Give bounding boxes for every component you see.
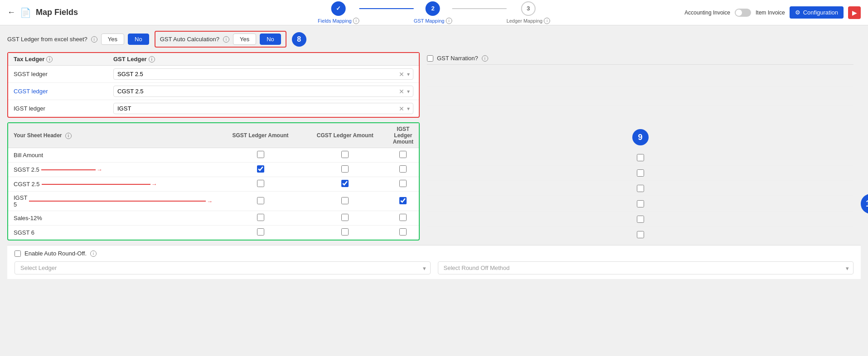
igst5-sgst-checkbox-cell bbox=[218, 192, 303, 211]
sgst-caret-icon[interactable]: ▾ bbox=[407, 71, 410, 77]
back-button[interactable]: ← bbox=[7, 8, 15, 17]
bill-sgst-checkbox-cell bbox=[218, 148, 303, 163]
step-3-circle: 3 bbox=[521, 1, 536, 16]
gst-ledger-igst-wrap: ✕ ▾ bbox=[113, 103, 413, 114]
content: GST Ledger from excel sheet? i Yes No GS… bbox=[0, 25, 868, 284]
sgst25-sgst-checkbox[interactable] bbox=[257, 165, 264, 173]
cgst25-sgst-checkbox[interactable] bbox=[257, 180, 264, 187]
round-off-method-select[interactable]: Select Round Off Method bbox=[438, 261, 854, 274]
right-igst5-checkbox[interactable] bbox=[637, 200, 644, 207]
step-3-label: Ledger Mapping i bbox=[506, 18, 550, 24]
gst-narration-info-icon[interactable]: i bbox=[482, 55, 488, 62]
right-sheet-row-3 bbox=[427, 181, 853, 196]
gst-ledger-igst-input[interactable] bbox=[113, 103, 413, 114]
sales12-igst-checkbox[interactable] bbox=[399, 214, 407, 221]
sheet-row-cgst25: CGST 2.5 → bbox=[8, 177, 419, 192]
bill-sgst-checkbox[interactable] bbox=[257, 151, 264, 158]
sheet-header-section: Your Sheet Header i SGST Ledger Amount C… bbox=[7, 122, 420, 241]
cgst25-igst-checkbox[interactable] bbox=[399, 180, 407, 187]
toggle-row: GST Ledger from excel sheet? i Yes No GS… bbox=[7, 31, 861, 48]
step-1-info-icon[interactable]: i bbox=[353, 18, 359, 24]
gst-auto-calc-info-icon[interactable]: i bbox=[223, 36, 229, 43]
sheet-header-table: Your Sheet Header i SGST Ledger Amount C… bbox=[8, 123, 419, 240]
sgst6-cgst-checkbox[interactable] bbox=[341, 228, 349, 236]
ledger-row-sgst: SGST ledger ✕ ▾ bbox=[8, 66, 419, 83]
right-cgst25-checkbox[interactable] bbox=[637, 185, 644, 192]
gst-narration-header: GST Narration? i bbox=[427, 52, 853, 65]
gst-auto-calc-yes-button[interactable]: Yes bbox=[233, 34, 256, 45]
sheet-row-igst5-label: IGST 5 → bbox=[8, 192, 218, 211]
method-select-wrap: Select Round Off Method ▾ bbox=[438, 261, 854, 274]
step-2: 2 GST Mapping i bbox=[414, 1, 452, 24]
sgst-input-actions: ✕ ▾ bbox=[399, 71, 410, 78]
auto-round-off-info-icon[interactable]: i bbox=[90, 250, 97, 257]
igst5-igst-checkbox-cell bbox=[388, 192, 419, 211]
sales12-cgst-checkbox[interactable] bbox=[341, 214, 349, 221]
sheet-row-cgst25-label: CGST 2.5 → bbox=[8, 177, 218, 192]
cgst-clear-button[interactable]: ✕ bbox=[399, 88, 404, 95]
red-action-button[interactable]: ▶ bbox=[848, 6, 861, 19]
bill-cgst-checkbox[interactable] bbox=[341, 151, 349, 158]
cgst-caret-icon[interactable]: ▾ bbox=[407, 88, 410, 95]
right-sales12-checkbox[interactable] bbox=[637, 216, 644, 223]
top-bar: ← 📄 Map Fields ✓ Fields Mapping i 2 GST … bbox=[0, 0, 868, 25]
left-panel: Tax Ledger i GST Ledger i SGST ledger ✕ bbox=[7, 52, 420, 245]
round-off-ledger-select[interactable]: Select Ledger bbox=[15, 261, 431, 274]
sgst6-sgst-checkbox[interactable] bbox=[257, 228, 264, 236]
sheet-header-info-icon[interactable]: i bbox=[65, 133, 72, 139]
igst5-cgst-checkbox[interactable] bbox=[341, 197, 349, 204]
igst5-igst-checkbox[interactable] bbox=[399, 197, 407, 204]
sheet-row-sales12-label: Sales-12% bbox=[8, 211, 218, 226]
step-2-info-icon[interactable]: i bbox=[446, 18, 452, 24]
accounting-invoice-toggle[interactable] bbox=[735, 9, 751, 17]
cgst25-cgst-checkbox[interactable] bbox=[341, 180, 349, 187]
auto-round-off-checkbox[interactable] bbox=[15, 250, 21, 257]
sgst6-cgst-checkbox-cell bbox=[303, 226, 388, 240]
sgst6-igst-checkbox[interactable] bbox=[399, 228, 407, 236]
step-3-info-icon[interactable]: i bbox=[544, 18, 550, 24]
igst-clear-button[interactable]: ✕ bbox=[399, 105, 404, 112]
sgst-ledger-amount-col: SGST Ledger Amount bbox=[218, 123, 303, 148]
right-sgst6-checkbox[interactable] bbox=[637, 231, 644, 238]
sgst25-cgst-checkbox[interactable] bbox=[341, 165, 349, 173]
sheet-row-sgst25-label: SGST 2.5 → bbox=[8, 163, 218, 177]
right-sgst25-checkbox[interactable] bbox=[637, 169, 644, 177]
sgst6-igst-checkbox-cell bbox=[388, 226, 419, 240]
gst-narration-checkbox[interactable] bbox=[427, 55, 433, 62]
bill-igst-checkbox[interactable] bbox=[399, 151, 407, 158]
igst-caret-icon[interactable]: ▾ bbox=[407, 106, 410, 112]
gst-narration-label: GST Narration? bbox=[437, 55, 478, 62]
top-bar-right: Accounting Invoice Item Invoice ⚙ Config… bbox=[684, 6, 861, 19]
right-bill-checkbox[interactable] bbox=[637, 154, 644, 161]
cgst25-sgst-checkbox-cell bbox=[218, 177, 303, 192]
configuration-button[interactable]: ⚙ Configuration bbox=[790, 6, 844, 19]
sales12-igst-checkbox-cell bbox=[388, 211, 419, 226]
sheet-header-col: Your Sheet Header i bbox=[8, 123, 218, 148]
step-3: 3 Ledger Mapping i bbox=[506, 1, 550, 24]
tax-ledger-info-icon[interactable]: i bbox=[46, 56, 53, 63]
gst-ledger-col-info-icon[interactable]: i bbox=[149, 56, 155, 63]
narration-row-3 bbox=[427, 106, 853, 125]
gst-ledger-cgst-input[interactable] bbox=[113, 86, 413, 97]
main-layout: Tax Ledger i GST Ledger i SGST ledger ✕ bbox=[7, 52, 861, 245]
auto-round-off-label: Enable Auto Round-Off. bbox=[24, 250, 87, 257]
sgst25-igst-checkbox[interactable] bbox=[399, 165, 407, 173]
top-bar-left: ← 📄 Map Fields bbox=[7, 7, 80, 18]
step-1: ✓ Fields Mapping i bbox=[318, 1, 359, 24]
gst-ledger-sgst-input[interactable] bbox=[113, 68, 413, 80]
sheet-row-sgst25: SGST 2.5 → bbox=[8, 163, 419, 177]
right-sheet-row-4: 10 bbox=[427, 196, 853, 212]
gst-ledger-no-button[interactable]: No bbox=[128, 34, 149, 45]
gst-ledger-info-icon[interactable]: i bbox=[91, 36, 97, 43]
sales12-sgst-checkbox[interactable] bbox=[257, 214, 264, 221]
cgst-ledger-amount-col: CGST Ledger Amount bbox=[303, 123, 388, 148]
gst-auto-calc-no-button[interactable]: No bbox=[260, 34, 281, 45]
gst-auto-calc-label: GST Auto Calculation? bbox=[160, 36, 219, 43]
sgst-clear-button[interactable]: ✕ bbox=[399, 71, 404, 78]
igst5-sgst-checkbox[interactable] bbox=[257, 197, 264, 204]
ledger-row-igst: IGST ledger ✕ ▾ bbox=[8, 100, 419, 117]
round-off-selects: Select Ledger Select Ledger ▾ Select Rou… bbox=[15, 261, 853, 274]
tax-ledger-cgst-label[interactable]: CGST ledger bbox=[14, 88, 113, 95]
gst-ledger-yes-button[interactable]: Yes bbox=[101, 34, 124, 45]
cgst25-igst-checkbox-cell bbox=[388, 177, 419, 192]
